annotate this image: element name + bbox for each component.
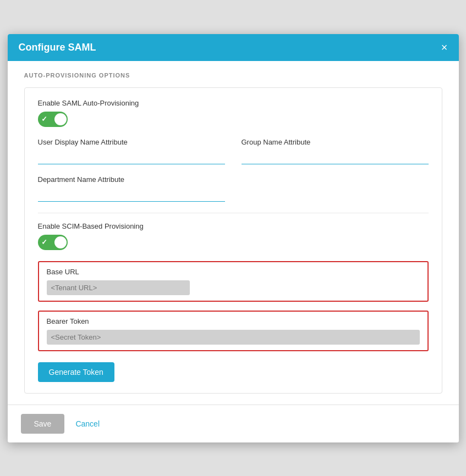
divider: [38, 213, 429, 213]
enable-saml-label: Enable SAML Auto-Provisioning: [38, 99, 429, 107]
toggle2-knob: [54, 236, 67, 248]
modal-title: Configure SAML: [19, 42, 96, 53]
form-section: Enable SAML Auto-Provisioning ✓ User Dis…: [24, 87, 442, 394]
toggle1-wrapper: ✓: [38, 112, 429, 127]
group-name-input[interactable]: [242, 151, 429, 164]
dept-fields-row: Department Name Attribute: [38, 175, 429, 202]
user-display-name-input[interactable]: [38, 151, 225, 164]
department-name-label: Department Name Attribute: [38, 175, 225, 184]
modal-body: AUTO-PROVISIONING OPTIONS Enable SAML Au…: [8, 61, 459, 405]
toggle1-knob: [54, 113, 67, 125]
department-name-input[interactable]: [38, 188, 225, 202]
scim-section: Enable SCIM-Based Provisioning ✓: [38, 222, 429, 250]
modal-footer: Save Cancel: [8, 405, 459, 442]
group-name-label: Group Name Attribute: [242, 138, 429, 146]
toggle2-wrapper: ✓: [38, 235, 429, 250]
bearer-token-box: Bearer Token: [38, 311, 429, 351]
save-button[interactable]: Save: [21, 414, 65, 434]
configure-saml-modal: Configure SAML × AUTO-PROVISIONING OPTIO…: [8, 34, 459, 442]
department-name-group: Department Name Attribute: [38, 175, 225, 202]
bearer-token-input[interactable]: [47, 330, 420, 345]
close-button[interactable]: ×: [441, 42, 448, 53]
modal-header: Configure SAML ×: [8, 34, 459, 61]
toggle1-check-icon: ✓: [41, 115, 47, 123]
modal-overlay: Configure SAML × AUTO-PROVISIONING OPTIO…: [0, 0, 466, 476]
cancel-button[interactable]: Cancel: [75, 419, 100, 428]
generate-token-button[interactable]: Generate Token: [38, 362, 114, 382]
name-fields-row: User Display Name Attribute Group Name A…: [38, 138, 429, 164]
user-display-name-group: User Display Name Attribute: [38, 138, 225, 164]
enable-scim-label: Enable SCIM-Based Provisioning: [38, 222, 429, 230]
section-title-auto-provisioning: AUTO-PROVISIONING OPTIONS: [24, 72, 442, 79]
enable-scim-toggle[interactable]: ✓: [38, 235, 68, 250]
user-display-name-label: User Display Name Attribute: [38, 138, 225, 146]
base-url-label: Base URL: [47, 268, 420, 276]
base-url-box: Base URL: [38, 261, 429, 302]
toggle2-check-icon: ✓: [41, 238, 47, 246]
base-url-input[interactable]: [47, 280, 190, 295]
enable-saml-toggle[interactable]: ✓: [38, 112, 68, 127]
bearer-token-label: Bearer Token: [47, 317, 420, 325]
group-name-group: Group Name Attribute: [242, 138, 429, 164]
